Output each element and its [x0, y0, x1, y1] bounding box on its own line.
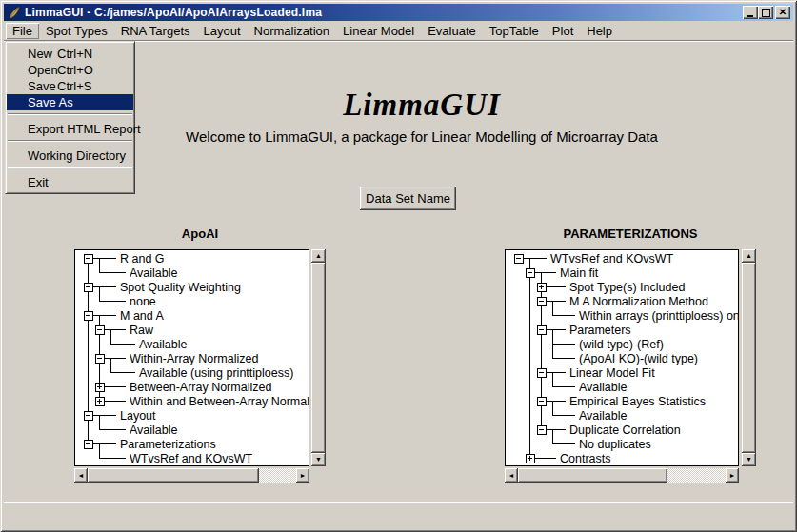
right-tree-horizontal-scrollbar[interactable]: ◄ ► [505, 468, 739, 483]
menu-evaluate[interactable]: Evaluate [421, 23, 483, 39]
menu-item-label: Export HTML Report [28, 122, 141, 136]
tree-node-label[interactable]: Between-Array Normalized [130, 381, 271, 394]
scroll-right-button[interactable]: ► [296, 468, 309, 483]
scroll-up-button[interactable]: ▲ [742, 249, 756, 263]
menu-item-label: New [28, 47, 52, 61]
tree-node-label[interactable]: R and G [120, 252, 165, 266]
data-set-name-button[interactable]: Data Set Name [360, 187, 456, 210]
tree-node-label[interactable]: Duplicate Correlation [569, 424, 681, 437]
menu-toptable[interactable]: TopTable [483, 23, 546, 39]
scroll-right-button[interactable]: ► [726, 468, 739, 483]
close-icon: ✕ [779, 7, 787, 18]
menu-item-save[interactable]: Save Ctrl+S [7, 78, 133, 94]
left-tree-title: ApoAI [182, 227, 218, 241]
left-tree: R and GAvailableSpot Quality Weightingno… [75, 250, 309, 465]
tree-node-label[interactable]: Empirical Bayes Statistics [569, 395, 706, 408]
tree-node-label[interactable]: Parameters [569, 324, 631, 337]
tree-node-label[interactable]: Layout [120, 409, 156, 423]
tree-node-label[interactable]: No duplicates [579, 438, 651, 451]
left-tree-vertical-scrollbar[interactable]: ▲ ▼ [311, 249, 326, 466]
tree-node-label[interactable]: Available [579, 381, 628, 394]
left-tree-horizontal-scrollbar[interactable]: ◄ ► [74, 468, 309, 483]
menu-item-label: Exit [28, 175, 49, 189]
tree-node-label[interactable]: Contrasts [560, 452, 611, 465]
tree-node-label[interactable]: Within-Array Normalized [130, 352, 258, 365]
menu-item-working-directory[interactable]: Working Directory [7, 148, 133, 164]
right-tree-title: PARAMETERIZATIONS [563, 227, 697, 241]
menu-item-exit[interactable]: Exit [7, 174, 133, 190]
tree-node-label[interactable]: Available [130, 424, 178, 437]
tree-node-label[interactable]: Available [579, 409, 628, 423]
horizontal-scrollbar-thumb[interactable] [518, 468, 667, 483]
scroll-left-button[interactable]: ◄ [505, 468, 518, 483]
menu-linear-model[interactable]: Linear Model [336, 23, 421, 39]
right-tree-canvas: WTvsRef and KOvsWTMain fitSpot Type(s) I… [505, 249, 739, 466]
scroll-up-icon: ▲ [311, 249, 326, 263]
window-title: LimmaGUI - C:/james/ApoAI/ApoAIArraysLoa… [25, 6, 322, 19]
vertical-scrollbar-thumb[interactable] [742, 263, 756, 453]
tree-node-label[interactable]: Spot Quality Weighting [120, 281, 241, 294]
horizontal-scrollbar-track-rest[interactable] [259, 468, 296, 483]
vertical-scrollbar-thumb[interactable] [311, 263, 326, 453]
tree-node-label[interactable]: Available [130, 266, 178, 280]
menu-item-new[interactable]: New Ctrl+N [7, 46, 133, 62]
close-button[interactable]: ✕ [775, 6, 790, 19]
maximize-icon [762, 9, 770, 17]
tree-node-label[interactable]: M and A [120, 309, 165, 323]
menu-file[interactable]: File [6, 23, 39, 39]
scroll-up-button[interactable]: ▲ [311, 249, 326, 263]
menu-separator [7, 113, 133, 121]
tree-node-label[interactable]: M A Normalization Method [569, 295, 708, 308]
menu-normalization[interactable]: Normalization [248, 23, 336, 39]
menu-item-label: Save [28, 79, 56, 93]
tree-node-label[interactable]: Within arrays (printtiploess) only [579, 309, 739, 323]
tree-node-label[interactable]: Main fit [560, 266, 599, 280]
scroll-right-icon: ► [296, 468, 309, 483]
horizontal-scrollbar-track[interactable] [88, 468, 296, 483]
horizontal-scrollbar-thumb[interactable] [88, 468, 259, 483]
titlebar[interactable]: LimmaGUI - C:/james/ApoAI/ApoAIArraysLoa… [4, 4, 793, 21]
menu-spot-types[interactable]: Spot Types [39, 23, 114, 39]
tree-node-label[interactable]: Available [139, 338, 188, 351]
tree-node-label[interactable]: Within and Between-Array Normalized [130, 395, 309, 408]
maximize-button[interactable] [758, 6, 773, 19]
right-tree: WTvsRef and KOvsWTMain fitSpot Type(s) I… [506, 250, 739, 465]
menu-help[interactable]: Help [580, 23, 619, 39]
left-tree-canvas: R and GAvailableSpot Quality Weightingno… [74, 249, 309, 466]
file-menu: New Ctrl+N Open Ctrl+O Save Ctrl+S Save … [5, 41, 135, 194]
tree-node-label[interactable]: Available (using printtiploess) [139, 366, 293, 380]
scroll-down-button[interactable]: ▼ [311, 453, 326, 466]
tree-node-label[interactable]: Linear Model Fit [569, 366, 655, 380]
horizontal-scrollbar-track[interactable] [518, 468, 726, 483]
menu-item-open[interactable]: Open Ctrl+O [7, 62, 133, 78]
tree-node-label[interactable]: (ApoAI KO)-(wild type) [579, 352, 698, 365]
tree-node-label[interactable]: none [130, 295, 156, 308]
tree-node-label[interactable]: Raw [130, 324, 154, 337]
app-window: LimmaGUI - C:/james/ApoAI/ApoAIArraysLoa… [0, 0, 797, 532]
scroll-down-icon: ▼ [311, 453, 326, 466]
page-title: LimmaGUI [343, 88, 501, 123]
menu-item-label: Working Directory [28, 148, 126, 163]
tree-node-label[interactable]: WTvsRef and KOvsWT [130, 452, 253, 465]
right-tree-vertical-scrollbar[interactable]: ▲ ▼ [742, 249, 756, 466]
scroll-up-icon: ▲ [742, 249, 756, 263]
menu-item-accelerator: Ctrl+N [57, 46, 92, 62]
tree-node-label[interactable]: (wild type)-(Ref) [579, 338, 664, 351]
menu-separator [7, 140, 133, 148]
horizontal-scrollbar-track-rest[interactable] [667, 468, 726, 483]
menu-item-label: Open [28, 63, 58, 77]
app-feather-icon [7, 6, 22, 20]
minimize-button[interactable] [743, 6, 758, 19]
tree-node-label[interactable]: WTvsRef and KOvsWT [550, 252, 674, 266]
menu-item-export-html-report[interactable]: Export HTML Report [7, 121, 133, 137]
tree-node-label[interactable]: Spot Type(s) Included [569, 281, 685, 294]
scroll-left-button[interactable]: ◄ [74, 468, 88, 483]
menu-layout[interactable]: Layout [197, 23, 248, 39]
scroll-down-button[interactable]: ▼ [742, 453, 756, 466]
status-divider [4, 502, 793, 503]
menu-rna-targets[interactable]: RNA Targets [114, 23, 197, 39]
menu-item-save-as[interactable]: Save As [7, 94, 133, 110]
tree-node-label[interactable]: Parameterizations [120, 438, 216, 451]
menubar: File Spot Types RNA Targets Layout Norma… [4, 21, 793, 41]
menu-plot[interactable]: Plot [546, 23, 580, 39]
